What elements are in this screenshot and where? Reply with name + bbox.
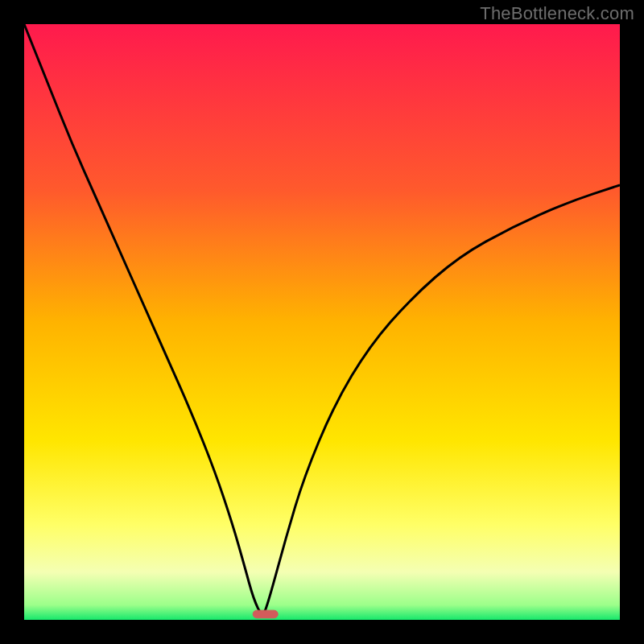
optimal-point-marker [253,610,278,618]
outer-frame: TheBottleneck.com [0,0,644,644]
chart-svg [24,24,620,620]
attribution-text: TheBottleneck.com [480,3,634,24]
gradient-background [24,24,620,620]
plot-area [24,24,620,620]
